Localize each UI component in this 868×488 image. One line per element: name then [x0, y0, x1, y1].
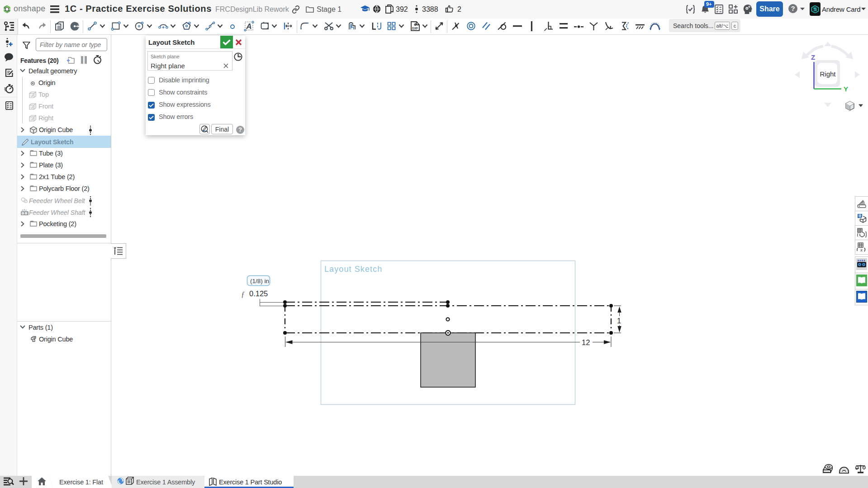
svg-text:ƒ: ƒ: [241, 290, 245, 298]
svg-text:12: 12: [582, 338, 590, 346]
svg-text:(1/8) in: (1/8) in: [250, 278, 269, 284]
svg-text:Y: Y: [844, 85, 848, 93]
svg-text:Z: Z: [811, 53, 815, 61]
svg-text:1: 1: [617, 317, 621, 325]
svg-text:Right: Right: [820, 70, 836, 78]
svg-text:x: x: [860, 247, 863, 252]
svg-text:0.125: 0.125: [249, 289, 268, 298]
svg-text:Layout Sketch: Layout Sketch: [324, 265, 382, 274]
